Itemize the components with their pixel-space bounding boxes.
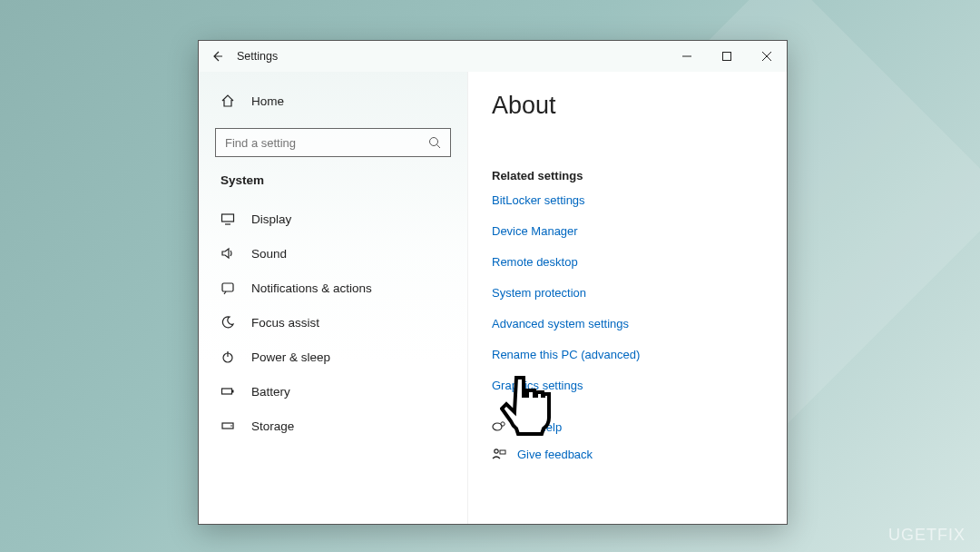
sidebar-item-battery[interactable]: Battery [215, 374, 451, 409]
sidebar-item-label: Notifications & actions [251, 281, 372, 295]
section-heading: System [220, 173, 451, 187]
help-icon [492, 419, 506, 434]
svg-point-15 [495, 449, 498, 453]
search-icon [428, 136, 441, 149]
sidebar: Home System Display Sound Notifications … [199, 72, 467, 524]
related-settings-heading: Related settings [492, 169, 767, 182]
storage-icon [220, 419, 235, 433]
sidebar-item-label: Display [251, 212, 291, 226]
sound-icon [220, 246, 235, 261]
svg-rect-9 [222, 389, 232, 394]
link-advanced-system-settings[interactable]: Advanced system settings [492, 317, 767, 330]
svg-rect-10 [232, 390, 234, 393]
sidebar-item-power[interactable]: Power & sleep [215, 340, 451, 374]
get-help-row[interactable]: Get help [492, 419, 767, 434]
svg-point-14 [501, 422, 505, 426]
sidebar-item-sound[interactable]: Sound [215, 236, 451, 271]
sidebar-item-notifications[interactable]: Notifications & actions [215, 271, 451, 305]
svg-rect-4 [222, 214, 234, 222]
svg-rect-6 [222, 283, 233, 291]
svg-rect-1 [723, 53, 731, 61]
back-button[interactable] [199, 50, 235, 63]
search-input[interactable] [225, 136, 428, 150]
settings-window: Settings Home System [198, 40, 788, 525]
link-rename-pc-advanced[interactable]: Rename this PC (advanced) [492, 348, 767, 361]
sidebar-item-focus-assist[interactable]: Focus assist [215, 305, 451, 340]
page-title: About [492, 92, 767, 120]
search-box[interactable] [215, 128, 451, 157]
focus-assist-icon [220, 315, 235, 330]
home-label: Home [251, 94, 284, 108]
back-arrow-icon [211, 50, 223, 63]
window-body: Home System Display Sound Notifications … [199, 72, 787, 524]
notifications-icon [220, 281, 235, 295]
feedback-label: Give feedback [517, 448, 593, 461]
close-button[interactable] [747, 41, 787, 72]
svg-point-12 [230, 425, 232, 427]
give-feedback-row[interactable]: Give feedback [492, 447, 767, 461]
main-panel: About Related settings BitLocker setting… [467, 72, 787, 524]
feedback-icon [492, 447, 506, 461]
maximize-button[interactable] [707, 41, 747, 72]
help-label: Get help [517, 420, 562, 434]
minimize-icon [682, 52, 691, 61]
titlebar: Settings [199, 41, 787, 72]
link-graphics-settings[interactable]: Graphics settings [492, 379, 767, 392]
window-title: Settings [237, 50, 278, 63]
link-bitlocker[interactable]: BitLocker settings [492, 193, 767, 207]
link-remote-desktop[interactable]: Remote desktop [492, 255, 767, 269]
sidebar-item-label: Sound [251, 247, 287, 261]
link-system-protection[interactable]: System protection [492, 286, 767, 300]
sidebar-item-label: Power & sleep [251, 350, 330, 364]
link-device-manager[interactable]: Device Manager [492, 224, 767, 238]
home-icon [220, 94, 235, 108]
svg-point-2 [430, 138, 438, 146]
battery-icon [220, 384, 235, 399]
sidebar-item-label: Focus assist [251, 316, 319, 330]
watermark: UGETFIX [888, 526, 965, 545]
display-icon [220, 212, 235, 226]
sidebar-item-label: Battery [251, 385, 290, 399]
power-icon [220, 350, 235, 364]
sidebar-item-label: Storage [251, 419, 294, 433]
svg-rect-16 [500, 450, 505, 454]
minimize-button[interactable] [667, 41, 707, 72]
home-nav[interactable]: Home [215, 86, 451, 115]
sidebar-item-storage[interactable]: Storage [215, 409, 451, 443]
maximize-icon [722, 52, 731, 61]
close-icon [762, 52, 771, 61]
sidebar-item-display[interactable]: Display [215, 202, 451, 236]
svg-line-3 [437, 145, 441, 149]
